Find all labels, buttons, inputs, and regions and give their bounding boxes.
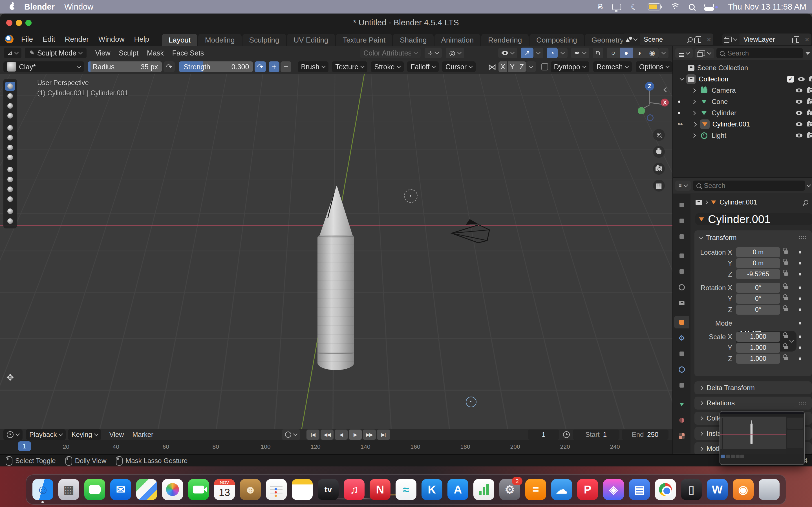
playback-menu[interactable]: Playback: [26, 429, 66, 440]
animate-dot[interactable]: [799, 297, 801, 300]
gizmo-x-axis[interactable]: X: [661, 99, 669, 107]
dock-shortcuts[interactable]: ◈: [603, 479, 624, 500]
menu-sculpt[interactable]: Sculpt: [115, 49, 143, 57]
tab-texture-paint[interactable]: Texture Paint: [336, 34, 392, 46]
scene-copy-icon[interactable]: [696, 36, 701, 43]
focus-moon-icon[interactable]: ☾: [631, 2, 638, 11]
tab-sculpting[interactable]: Sculpting: [243, 34, 286, 46]
tab-modeling[interactable]: Modeling: [198, 34, 242, 46]
tool-grab[interactable]: [5, 194, 15, 204]
transform-field-9[interactable]: 1.000: [736, 354, 780, 363]
render-visibility-icon[interactable]: [807, 111, 812, 115]
viewlayer-browse-button[interactable]: [722, 34, 740, 45]
dock-blender[interactable]: ◉: [733, 479, 754, 500]
frame-start-field[interactable]: Start1: [573, 430, 619, 440]
dock-settings[interactable]: ⚙2: [499, 479, 520, 500]
scene-unlink-icon[interactable]: ×: [705, 35, 713, 44]
texture-panel-dropdown[interactable]: Texture: [332, 61, 367, 72]
dock-photoshop[interactable]: P: [577, 479, 598, 500]
timeline-marker-menu[interactable]: Marker: [128, 431, 158, 439]
control-center-icon[interactable]: [704, 4, 713, 10]
viewlayer-remove-icon[interactable]: ×: [803, 35, 811, 44]
outliner-root-row[interactable]: Scene Collection: [673, 62, 812, 73]
tool-smooth[interactable]: [5, 153, 15, 162]
tab-animation[interactable]: Animation: [435, 34, 481, 46]
spotlight-icon[interactable]: [689, 4, 695, 10]
falloff-panel-dropdown[interactable]: Falloff: [407, 61, 439, 72]
transform-field-2[interactable]: -9.5265: [736, 269, 780, 279]
proportional-edit-widget[interactable]: ◎: [446, 48, 464, 58]
camera-object[interactable]: [450, 217, 492, 245]
timeline-ruler[interactable]: 1 20406080100120140160180200220240: [0, 440, 672, 454]
properties-tab-material[interactable]: [674, 414, 689, 427]
ortho-grid-button[interactable]: ▦: [653, 180, 665, 191]
lock-icon[interactable]: [784, 308, 788, 311]
tool-inflate[interactable]: [5, 133, 15, 142]
section-drag-handle[interactable]: [799, 401, 807, 405]
properties-tab-modifiers[interactable]: ⚙: [674, 332, 689, 344]
render-visibility-icon[interactable]: [807, 88, 812, 93]
display-icon[interactable]: [612, 4, 621, 10]
properties-options-icon[interactable]: [807, 183, 811, 187]
sun-light-gizmo[interactable]: [404, 189, 417, 203]
menu-help[interactable]: Help: [129, 35, 154, 44]
lock-icon[interactable]: [784, 286, 788, 289]
outliner-item-cone[interactable]: Cone: [673, 96, 812, 107]
current-frame-field[interactable]: 1: [528, 430, 559, 440]
prev-keyframe-button[interactable]: ◀◀: [320, 430, 334, 440]
dock-netflix[interactable]: N: [370, 479, 391, 500]
stroke-panel-dropdown[interactable]: Stroke: [371, 61, 403, 72]
tab-compositing[interactable]: Compositing: [529, 34, 584, 46]
collection-checkbox[interactable]: ✓: [787, 76, 794, 82]
render-visibility-icon[interactable]: [807, 122, 812, 126]
transform-drag-handle[interactable]: [799, 236, 807, 240]
visibility-eye-icon[interactable]: [796, 89, 802, 93]
menu-render[interactable]: Render: [60, 35, 94, 44]
viewlayer-copy-icon[interactable]: [794, 36, 799, 43]
properties-tab-texture[interactable]: [674, 430, 689, 442]
dock-launchpad[interactable]: ▦: [58, 479, 79, 500]
editor-type-button[interactable]: ⊿: [4, 48, 21, 58]
auto-keying-toggle[interactable]: [282, 429, 300, 440]
jump-to-end-button[interactable]: ▶|: [377, 430, 390, 440]
dock-maps[interactable]: [136, 479, 157, 500]
animate-dot[interactable]: [799, 308, 801, 311]
current-frame-marker[interactable]: 1: [18, 441, 31, 451]
render-visibility-icon[interactable]: [807, 133, 812, 138]
tool-clay-strips[interactable]: [5, 111, 15, 120]
brush-panel-dropdown[interactable]: Brush: [298, 61, 328, 72]
dock-capture[interactable]: ▯: [681, 479, 702, 500]
visibility-eye-icon[interactable]: [796, 111, 802, 115]
properties-tab-object-data[interactable]: [674, 398, 689, 411]
radius-pressure-toggle[interactable]: ↷: [163, 61, 175, 72]
overlays-toggle[interactable]: ◔: [547, 48, 558, 58]
zoom-button[interactable]: +: [653, 129, 665, 141]
jump-to-start-button[interactable]: |◀: [306, 430, 319, 440]
animate-dot[interactable]: [799, 357, 801, 360]
tool-draw[interactable]: [5, 82, 15, 91]
properties-tab-output[interactable]: [674, 230, 689, 243]
menu-window[interactable]: Window: [94, 35, 129, 44]
dock-finder[interactable]: ☺: [33, 479, 53, 500]
radius-slider[interactable]: Radius35 px: [88, 61, 162, 72]
lock-icon[interactable]: [784, 297, 788, 300]
menubar-clock[interactable]: Thu Nov 13 11:58 AM: [728, 2, 806, 11]
properties-tab-particles[interactable]: [674, 348, 689, 360]
outliner-item-light[interactable]: Light: [673, 130, 812, 141]
properties-tab-collection[interactable]: [674, 297, 689, 309]
gizmo-z-axis[interactable]: Z: [645, 82, 654, 91]
shading-material-button[interactable]: ◑: [633, 48, 646, 58]
dock-facetime[interactable]: [188, 479, 209, 500]
render-region-toggle[interactable]: ⧉: [593, 48, 603, 58]
menu-edit[interactable]: Edit: [38, 35, 60, 44]
dock-notes[interactable]: [292, 479, 313, 500]
dock-calendar[interactable]: NOV13: [214, 479, 235, 500]
mirror-z-toggle[interactable]: Z: [517, 61, 526, 72]
animate-dot[interactable]: [799, 251, 801, 253]
lock-icon[interactable]: [784, 250, 788, 254]
properties-tab-object[interactable]: [674, 316, 689, 328]
next-keyframe-button[interactable]: ▶▶: [363, 430, 376, 440]
strength-slider[interactable]: Strength0.300: [179, 61, 253, 72]
dock-freeform[interactable]: ≈: [396, 479, 416, 500]
outliner-item-camera[interactable]: Camera: [673, 85, 812, 96]
